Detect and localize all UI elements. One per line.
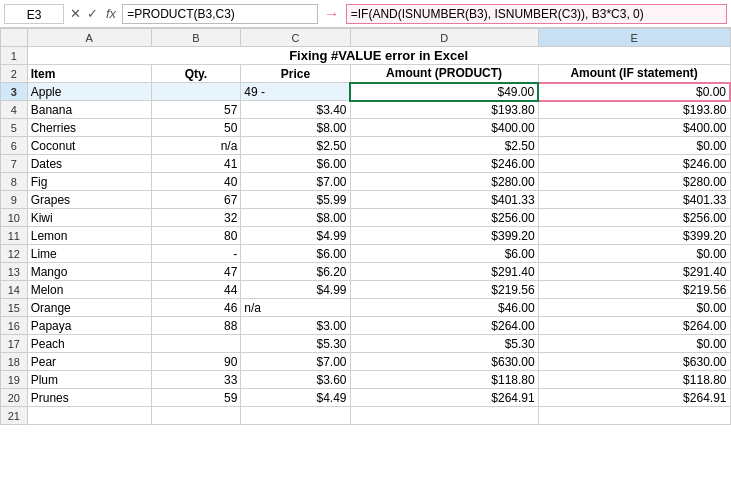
cell-amount-if-19[interactable]: $118.80 [538,371,730,389]
cell-amount-product-19[interactable]: $118.80 [350,371,538,389]
cell-amount-if-3[interactable]: $0.00 [538,83,730,101]
col-header-d[interactable]: D [350,29,538,47]
cell-qty-4[interactable]: 57 [151,101,241,119]
cell-price-7[interactable]: $6.00 [241,155,350,173]
cell-price-15[interactable]: n/a [241,299,350,317]
cell-item-16[interactable]: Papaya [27,317,151,335]
header-price[interactable]: Price [241,65,350,83]
cell-price-11[interactable]: $4.99 [241,227,350,245]
row-num-11[interactable]: 11 [1,227,28,245]
cell-price-10[interactable]: $8.00 [241,209,350,227]
cell-price-4[interactable]: $3.40 [241,101,350,119]
cell-amount-if-17[interactable]: $0.00 [538,335,730,353]
cell-price-16[interactable]: $3.00 [241,317,350,335]
cell-amount-product-16[interactable]: $264.00 [350,317,538,335]
row-num-20[interactable]: 20 [1,389,28,407]
cell-qty-9[interactable]: 67 [151,191,241,209]
cell-qty-3[interactable] [151,83,241,101]
row-num-7[interactable]: 7 [1,155,28,173]
cell-amount-product-4[interactable]: $193.80 [350,101,538,119]
row-num-19[interactable]: 19 [1,371,28,389]
row-num-10[interactable]: 10 [1,209,28,227]
cell-amount-product-7[interactable]: $246.00 [350,155,538,173]
header-qty[interactable]: Qty. [151,65,241,83]
cell-amount-if-16[interactable]: $264.00 [538,317,730,335]
row-num-9[interactable]: 9 [1,191,28,209]
cell-item-3[interactable]: Apple [27,83,151,101]
cell-item-14[interactable]: Melon [27,281,151,299]
confirm-icon[interactable]: ✓ [85,6,100,21]
cell-amount-product-14[interactable]: $219.56 [350,281,538,299]
cell-qty-18[interactable]: 90 [151,353,241,371]
cell-item-20[interactable]: Prunes [27,389,151,407]
row-num-1[interactable]: 1 [1,47,28,65]
col-header-b[interactable]: B [151,29,241,47]
cell-price-14[interactable]: $4.99 [241,281,350,299]
cell-reference-box[interactable]: E3 [4,4,64,24]
cell-item-11[interactable]: Lemon [27,227,151,245]
cell-item-5[interactable]: Cherries [27,119,151,137]
cell-amount-product-13[interactable]: $291.40 [350,263,538,281]
row-num-15[interactable]: 15 [1,299,28,317]
cell-amount-if-4[interactable]: $193.80 [538,101,730,119]
cell-qty-6[interactable]: n/a [151,137,241,155]
cell-price-13[interactable]: $6.20 [241,263,350,281]
cell-amount-if-15[interactable]: $0.00 [538,299,730,317]
cell-qty-16[interactable]: 88 [151,317,241,335]
row-num-5[interactable]: 5 [1,119,28,137]
row-num-2[interactable]: 2 [1,65,28,83]
cell-qty-17[interactable] [151,335,241,353]
row-num-3[interactable]: 3 [1,83,28,101]
cell-amount-if-18[interactable]: $630.00 [538,353,730,371]
cell-item-19[interactable]: Plum [27,371,151,389]
cell-amount-product-15[interactable]: $46.00 [350,299,538,317]
cell-price-19[interactable]: $3.60 [241,371,350,389]
cell-item-13[interactable]: Mango [27,263,151,281]
cell-empty-b21[interactable] [151,407,241,425]
cell-item-4[interactable]: Banana [27,101,151,119]
cell-item-9[interactable]: Grapes [27,191,151,209]
cell-item-12[interactable]: Lime [27,245,151,263]
cell-amount-product-10[interactable]: $256.00 [350,209,538,227]
cell-qty-5[interactable]: 50 [151,119,241,137]
cell-price-6[interactable]: $2.50 [241,137,350,155]
cell-qty-11[interactable]: 80 [151,227,241,245]
cell-item-7[interactable]: Dates [27,155,151,173]
cell-amount-product-18[interactable]: $630.00 [350,353,538,371]
cell-amount-if-14[interactable]: $219.56 [538,281,730,299]
cell-empty-d21[interactable] [350,407,538,425]
cell-price-18[interactable]: $7.00 [241,353,350,371]
row-num-4[interactable]: 4 [1,101,28,119]
header-amount-if[interactable]: Amount (IF statement) [538,65,730,83]
cell-price-17[interactable]: $5.30 [241,335,350,353]
cell-amount-product-5[interactable]: $400.00 [350,119,538,137]
formula-input-1[interactable] [122,4,318,24]
cell-item-15[interactable]: Orange [27,299,151,317]
cell-amount-if-11[interactable]: $399.20 [538,227,730,245]
cell-amount-product-12[interactable]: $6.00 [350,245,538,263]
row-num-16[interactable]: 16 [1,317,28,335]
cell-price-8[interactable]: $7.00 [241,173,350,191]
cell-amount-if-8[interactable]: $280.00 [538,173,730,191]
cell-amount-if-6[interactable]: $0.00 [538,137,730,155]
row-num-21[interactable]: 21 [1,407,28,425]
cell-qty-13[interactable]: 47 [151,263,241,281]
cell-amount-if-7[interactable]: $246.00 [538,155,730,173]
cell-price-12[interactable]: $6.00 [241,245,350,263]
row-num-18[interactable]: 18 [1,353,28,371]
cell-amount-product-9[interactable]: $401.33 [350,191,538,209]
cell-qty-20[interactable]: 59 [151,389,241,407]
cell-amount-if-9[interactable]: $401.33 [538,191,730,209]
cell-amount-if-10[interactable]: $256.00 [538,209,730,227]
row-num-13[interactable]: 13 [1,263,28,281]
cell-amount-product-3[interactable]: $49.00 [350,83,538,101]
cell-amount-product-17[interactable]: $5.30 [350,335,538,353]
row-num-8[interactable]: 8 [1,173,28,191]
cell-price-5[interactable]: $8.00 [241,119,350,137]
cell-item-10[interactable]: Kiwi [27,209,151,227]
cell-item-8[interactable]: Fig [27,173,151,191]
cell-amount-product-6[interactable]: $2.50 [350,137,538,155]
cell-item-17[interactable]: Peach [27,335,151,353]
header-amount-product[interactable]: Amount (PRODUCT) [350,65,538,83]
row-num-6[interactable]: 6 [1,137,28,155]
